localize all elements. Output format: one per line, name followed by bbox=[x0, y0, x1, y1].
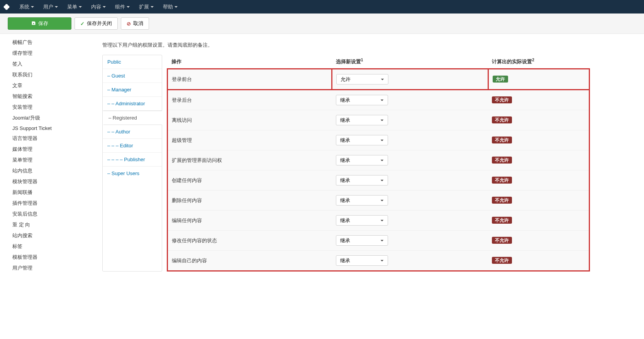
caret-icon bbox=[175, 6, 178, 8]
denied-badge: 不允许 bbox=[492, 157, 512, 164]
usergroup-tab-author[interactable]: – – Author bbox=[103, 125, 162, 139]
action-cell: 删除任何内容 bbox=[168, 191, 332, 211]
sidebar-item-4[interactable]: 文章 bbox=[12, 80, 86, 91]
usergroup-tab-manager[interactable]: – Manager bbox=[103, 83, 162, 97]
sidebar-item-1[interactable]: 缓存管理 bbox=[12, 48, 86, 59]
navbar-menu: 系统 用户 菜单 内容 组件 扩展 帮助 bbox=[15, 0, 182, 13]
computed-cell: 不允许 bbox=[488, 110, 589, 130]
permission-row: 登录前台继承允许拒绝允许 bbox=[168, 69, 590, 90]
action-cell: 登录后台 bbox=[168, 90, 332, 110]
permission-row: 编辑任何内容继承允许拒绝不允许 bbox=[168, 211, 590, 231]
action-cell: 离线访问 bbox=[168, 110, 332, 130]
usergroup-tab-administrator[interactable]: – – Administrator bbox=[103, 97, 162, 111]
navbar-item-5[interactable]: 扩展 bbox=[134, 0, 158, 13]
cancel-label: 取消 bbox=[133, 20, 143, 27]
sidebar-item-7[interactable]: Joomla!升级 bbox=[12, 113, 86, 123]
select-cell: 继承允许拒绝 bbox=[332, 130, 488, 150]
caret-icon bbox=[151, 6, 154, 8]
action-cell: 扩展的管理界面访问权 bbox=[168, 150, 332, 170]
denied-badge: 不允许 bbox=[492, 177, 512, 184]
permission-row: 登录后台继承允许拒绝不允许 bbox=[168, 90, 590, 110]
sidebar-item-17[interactable]: 重 定 向 bbox=[12, 219, 86, 230]
save-close-button[interactable]: ✓ 保存并关闭 bbox=[75, 17, 118, 30]
permission-select[interactable]: 继承允许拒绝 bbox=[336, 175, 388, 186]
usergroup-tab-public[interactable]: Public bbox=[103, 55, 162, 69]
sidebar-item-2[interactable]: 签入 bbox=[12, 59, 86, 69]
intro-text: 管理以下用户组的权限设置。请查阅底部的备注。 bbox=[102, 42, 590, 49]
col-select-header: 选择新设置1 bbox=[332, 55, 488, 69]
permission-select[interactable]: 继承允许拒绝 bbox=[336, 135, 388, 145]
permission-select[interactable]: 继承允许拒绝 bbox=[336, 215, 388, 226]
permission-select[interactable]: 继承允许拒绝 bbox=[336, 195, 388, 206]
select-cell: 继承允许拒绝 bbox=[332, 90, 488, 110]
sidebar-item-11[interactable]: 菜单管理 bbox=[12, 155, 86, 165]
computed-cell: 不允许 bbox=[488, 191, 589, 211]
permission-row: 超级管理继承允许拒绝不允许 bbox=[168, 130, 590, 150]
permission-select[interactable]: 继承允许拒绝 bbox=[336, 155, 388, 165]
select-cell: 继承允许拒绝 bbox=[332, 150, 488, 170]
caret-icon bbox=[79, 6, 82, 8]
navbar-item-6[interactable]: 帮助 bbox=[158, 0, 182, 13]
denied-badge: 不允许 bbox=[492, 217, 512, 224]
permissions-table: 操作 选择新设置1 计算出的实际设置2 登录前台继承允许拒绝允许登录后台继承允许… bbox=[167, 55, 590, 272]
usergroup-tabs: Public– Guest– Manager– – Administrator–… bbox=[102, 55, 162, 272]
select-cell: 继承允许拒绝 bbox=[332, 251, 488, 271]
computed-cell: 不允许 bbox=[488, 251, 589, 271]
sidebar-item-3[interactable]: 联系我们 bbox=[12, 69, 86, 80]
usergroup-tab-publisher[interactable]: – – – – Publisher bbox=[103, 153, 162, 167]
save-label: 保存 bbox=[38, 20, 48, 27]
select-cell: 继承允许拒绝 bbox=[332, 110, 488, 130]
select-cell: 继承允许拒绝 bbox=[332, 170, 488, 191]
permission-select[interactable]: 继承允许拒绝 bbox=[336, 235, 388, 246]
save-close-label: 保存并关闭 bbox=[87, 20, 112, 27]
action-cell: 登录前台 bbox=[168, 69, 332, 90]
select-cell: 继承允许拒绝 bbox=[332, 231, 488, 251]
denied-badge: 不允许 bbox=[492, 237, 512, 244]
sidebar-item-10[interactable]: 媒体管理 bbox=[12, 144, 86, 155]
usergroup-tab-registered[interactable]: – Registered bbox=[103, 111, 162, 125]
navbar-item-4[interactable]: 组件 bbox=[110, 0, 134, 13]
permission-select[interactable]: 继承允许拒绝 bbox=[336, 115, 388, 125]
sidebar-item-5[interactable]: 智能搜索 bbox=[12, 91, 86, 102]
permissions-table-wrap: 操作 选择新设置1 计算出的实际设置2 登录前台继承允许拒绝允许登录后台继承允许… bbox=[167, 55, 590, 272]
permission-select[interactable]: 继承允许拒绝 bbox=[336, 74, 388, 84]
sidebar-item-13[interactable]: 模块管理器 bbox=[12, 176, 86, 187]
permission-row: 扩展的管理界面访问权继承允许拒绝不允许 bbox=[168, 150, 590, 170]
top-navbar: 系统 用户 菜单 内容 组件 扩展 帮助 bbox=[0, 0, 644, 13]
sidebar-item-18[interactable]: 站内搜索 bbox=[12, 230, 86, 241]
sidebar-item-19[interactable]: 标签 bbox=[12, 241, 86, 252]
usergroup-tab-super-users[interactable]: – Super Users bbox=[103, 167, 162, 180]
navbar-item-2[interactable]: 菜单 bbox=[63, 0, 86, 13]
denied-badge: 不允许 bbox=[492, 96, 512, 103]
sidebar-item-12[interactable]: 站内信息 bbox=[12, 165, 86, 176]
computed-cell: 不允许 bbox=[488, 211, 589, 231]
sidebar-item-20[interactable]: 模板管理器 bbox=[12, 252, 86, 263]
sidebar-item-14[interactable]: 新闻联播 bbox=[12, 187, 86, 198]
action-cell: 修改任何内容的状态 bbox=[168, 231, 332, 251]
sidebar-item-21[interactable]: 用户管理 bbox=[12, 263, 86, 273]
sidebar-item-0[interactable]: 横幅广告 bbox=[12, 37, 86, 48]
permission-select[interactable]: 继承允许拒绝 bbox=[336, 95, 388, 105]
main-area: 横幅广告缓存管理签入联系我们文章智能搜索安装管理Joomla!升级JS Supp… bbox=[0, 34, 644, 279]
sidebar-item-16[interactable]: 安装后信息 bbox=[12, 209, 86, 219]
usergroup-tab-editor[interactable]: – – – Editor bbox=[103, 139, 162, 153]
navbar-item-0[interactable]: 系统 bbox=[15, 0, 39, 13]
sidebar-item-9[interactable]: 语言管理器 bbox=[12, 133, 86, 144]
sidebar-item-8[interactable]: JS Support Ticket bbox=[12, 123, 86, 133]
select-cell: 继承允许拒绝 bbox=[332, 69, 488, 90]
permission-row: 创建任何内容继承允许拒绝不允许 bbox=[168, 170, 590, 191]
save-button[interactable]: 保存 bbox=[8, 17, 71, 30]
sidebar-item-15[interactable]: 插件管理器 bbox=[12, 198, 86, 209]
col-action-header: 操作 bbox=[168, 55, 332, 69]
caret-icon bbox=[31, 6, 34, 8]
joomla-logo-icon[interactable] bbox=[3, 3, 10, 10]
sidebar-item-6[interactable]: 安装管理 bbox=[12, 102, 86, 113]
permissions-wrapper: Public– Guest– Manager– – Administrator–… bbox=[102, 55, 590, 272]
cancel-button[interactable]: ⊘ 取消 bbox=[121, 17, 149, 30]
content: 管理以下用户组的权限设置。请查阅底部的备注。 Public– Guest– Ma… bbox=[91, 34, 644, 279]
caret-icon bbox=[103, 6, 106, 8]
navbar-item-3[interactable]: 内容 bbox=[86, 0, 110, 13]
usergroup-tab-guest[interactable]: – Guest bbox=[103, 69, 162, 83]
permission-select[interactable]: 继承允许拒绝 bbox=[336, 255, 388, 266]
navbar-item-1[interactable]: 用户 bbox=[39, 0, 63, 13]
